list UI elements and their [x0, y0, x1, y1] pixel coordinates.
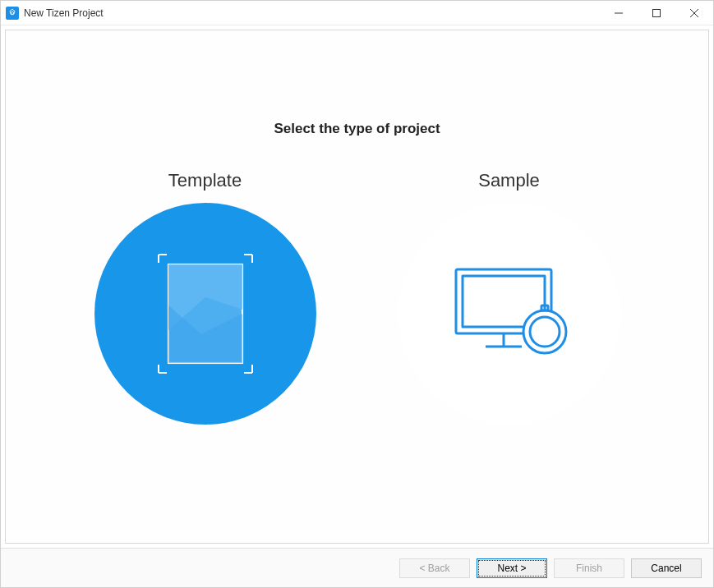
close-button[interactable]	[675, 1, 713, 25]
template-icon	[152, 248, 259, 379]
page-heading: Select the type of project	[274, 121, 440, 137]
maximize-button[interactable]	[638, 1, 675, 25]
maximize-icon	[652, 9, 661, 17]
option-template[interactable]: Template	[94, 170, 316, 425]
wizard-content: Select the type of project Template	[5, 30, 709, 544]
option-sample-label: Sample	[478, 170, 540, 191]
project-type-options: Template Sam	[94, 170, 620, 425]
option-sample-circle	[398, 203, 620, 425]
devices-icon	[440, 256, 579, 371]
svg-rect-2	[653, 9, 661, 16]
titlebar-controls	[600, 1, 713, 25]
minimize-icon	[615, 9, 623, 17]
titlebar: New Tizen Project	[1, 1, 713, 25]
option-sample[interactable]: Sample	[398, 170, 620, 425]
next-button[interactable]: Next >	[477, 558, 547, 578]
cancel-button[interactable]: Cancel	[631, 558, 702, 578]
finish-button[interactable]: Finish	[554, 558, 624, 578]
option-template-circle	[94, 203, 316, 425]
button-bar: < Back Next > Finish Cancel	[1, 548, 713, 587]
window-title: New Tizen Project	[24, 7, 104, 19]
minimize-button[interactable]	[600, 1, 638, 25]
tizen-logo-icon	[6, 7, 19, 20]
wizard-window: New Tizen Project Select the type of pro…	[0, 0, 714, 588]
close-icon	[690, 9, 698, 17]
back-button[interactable]: < Back	[399, 558, 470, 578]
titlebar-left: New Tizen Project	[1, 7, 104, 20]
option-template-label: Template	[168, 170, 242, 191]
